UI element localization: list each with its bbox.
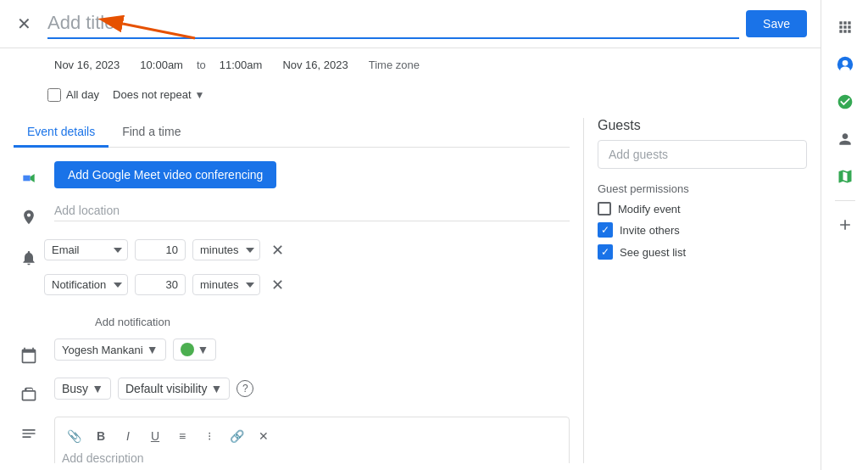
add-icon-button[interactable] (828, 208, 862, 242)
start-time[interactable]: 10:00am (133, 55, 190, 75)
notification-type-2[interactable]: Notification Email (44, 274, 128, 295)
repeat-dropdown[interactable]: Does not repeat ▼ (106, 85, 211, 104)
end-date[interactable]: Nov 16, 2023 (275, 55, 354, 75)
invite-others-label: Invite others (620, 224, 680, 237)
apps-icon-button[interactable] (828, 10, 862, 44)
notification-type-1[interactable]: Email Notification (44, 239, 128, 260)
ordered-list-button[interactable]: ≡ (170, 424, 194, 448)
meet-row: Add Google Meet video conferencing (14, 161, 570, 193)
permission-see-list: ✓ See guest list (598, 244, 807, 260)
help-icon[interactable]: ? (236, 380, 253, 397)
check-circle-icon-button[interactable] (828, 85, 862, 119)
description-icon (14, 418, 44, 449)
calendar-owner-row: Yogesh Mankani ▼ ▼ (14, 339, 570, 371)
allday-row: All day Does not repeat ▼ (0, 81, 821, 111)
briefcase-icon (14, 379, 44, 410)
notification-unit-2[interactable]: minutes hours days (192, 274, 260, 295)
underline-button[interactable]: U (143, 424, 167, 448)
event-color-dot (181, 343, 194, 356)
calendar-icon (14, 340, 44, 371)
allday-checkbox-label[interactable]: All day (47, 88, 99, 102)
status-row: Busy ▼ Default visibility ▼ ? (14, 378, 570, 410)
header: ✕ Save (0, 0, 821, 48)
busy-chevron-icon: ▼ (92, 382, 103, 395)
invite-others-checkbox[interactable]: ✓ (598, 222, 613, 238)
location-icon (14, 202, 44, 232)
end-time[interactable]: 11:00am (213, 55, 270, 75)
to-separator: to (197, 59, 206, 71)
unordered-list-button[interactable]: ⁝ (198, 424, 221, 448)
start-date[interactable]: Nov 16, 2023 (47, 55, 126, 75)
notification-clear-2[interactable]: ✕ (267, 275, 287, 295)
guests-input[interactable] (598, 140, 807, 169)
permission-invite: ✓ Invite others (598, 222, 807, 238)
owner-name: Yogesh Mankani (62, 344, 143, 356)
notification-value-1[interactable] (135, 239, 186, 260)
notification-icon (14, 243, 44, 273)
tabs: Event details Find a time (14, 118, 570, 148)
right-sidebar (821, 0, 868, 470)
datetime-row: Nov 16, 2023 10:00am to 11:00am Nov 16, … (0, 48, 821, 81)
busy-select[interactable]: Busy ▼ (54, 378, 111, 400)
sidebar-separator (835, 200, 855, 201)
bold-button[interactable]: B (89, 424, 113, 448)
notification-clear-1[interactable]: ✕ (267, 240, 287, 260)
timezone[interactable]: Time zone (362, 55, 426, 75)
description-container: 📎 B I U ≡ ⁝ 🔗 ✕ (54, 417, 570, 463)
see-guest-list-label: See guest list (620, 246, 686, 259)
repeat-chevron-icon: ▼ (195, 89, 205, 101)
add-meet-button[interactable]: Add Google Meet video conferencing (54, 161, 276, 188)
close-button[interactable]: ✕ (7, 7, 41, 41)
calendar-owner-select[interactable]: Yogesh Mankani ▼ (54, 339, 166, 361)
color-picker-button[interactable]: ▼ (173, 339, 217, 361)
location-input[interactable] (54, 200, 570, 221)
repeat-label: Does not repeat (113, 88, 192, 101)
add-notification-link[interactable]: Add notification (95, 312, 170, 332)
notification-value-2[interactable] (135, 274, 186, 295)
modify-event-label: Modify event (618, 203, 681, 215)
right-panel: Guests Guest permissions Modify event ✓ … (583, 118, 821, 463)
italic-button[interactable]: I (116, 424, 140, 448)
location-row (14, 200, 570, 232)
description-row: 📎 B I U ≡ ⁝ 🔗 ✕ (14, 417, 570, 463)
left-panel: Event details Find a time Add Google Mee… (0, 118, 583, 463)
allday-label: All day (66, 88, 99, 101)
meet-icon-placeholder (14, 163, 44, 193)
allday-checkbox[interactable] (47, 88, 61, 102)
notifications-section: Email Notification minutes hours days ✕ (14, 239, 570, 332)
link-button[interactable]: 🔗 (225, 424, 248, 448)
color-chevron-icon: ▼ (198, 343, 209, 356)
permissions-title: Guest permissions (598, 182, 807, 195)
notification-unit-1[interactable]: minutes hours days (192, 239, 260, 260)
map-icon-button[interactable] (828, 159, 862, 193)
visibility-chevron-icon: ▼ (210, 382, 222, 395)
attach-button[interactable]: 📎 (62, 424, 86, 448)
busy-label: Busy (62, 382, 88, 395)
permission-modify: Modify event (598, 202, 807, 215)
visibility-label: Default visibility (125, 382, 207, 395)
visibility-select[interactable]: Default visibility ▼ (118, 378, 230, 400)
save-button[interactable]: Save (746, 10, 807, 37)
remove-format-button[interactable]: ✕ (252, 424, 275, 448)
guests-title: Guests (598, 118, 807, 133)
see-guest-list-checkbox[interactable]: ✓ (598, 244, 613, 260)
tab-find-time[interactable]: Find a time (108, 118, 194, 148)
description-toolbar: 📎 B I U ≡ ⁝ 🔗 ✕ (62, 424, 562, 448)
person-icon-button[interactable] (828, 122, 862, 156)
svg-point-2 (842, 60, 848, 66)
body-area: Event details Find a time Add Google Mee… (0, 111, 821, 470)
account-circle-icon-button[interactable] (828, 48, 862, 81)
tab-event-details[interactable]: Event details (14, 118, 108, 148)
modify-event-checkbox[interactable] (598, 202, 611, 215)
owner-chevron-icon: ▼ (147, 343, 159, 356)
description-textarea[interactable] (62, 451, 562, 463)
notification-row-2: Notification Email minutes hours days ✕ (44, 274, 287, 295)
title-input[interactable] (47, 8, 739, 39)
notification-row-1: Email Notification minutes hours days ✕ (44, 239, 287, 260)
